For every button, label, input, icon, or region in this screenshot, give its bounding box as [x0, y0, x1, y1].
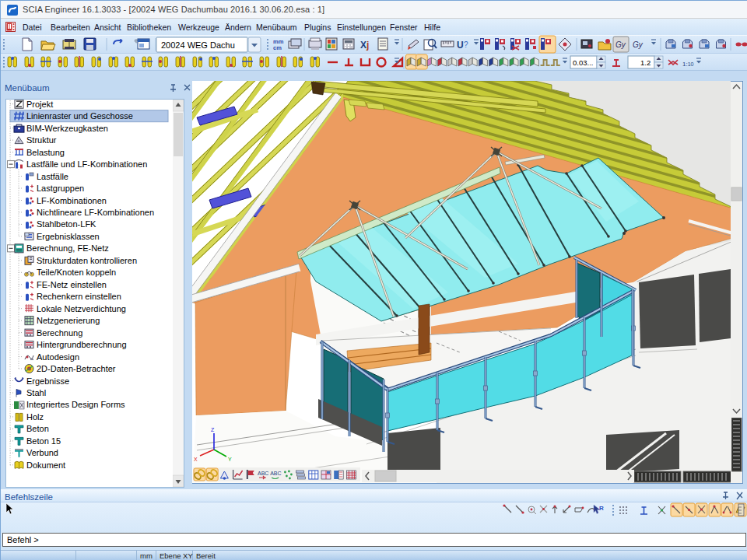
svg-text:1:10: 1:10 [682, 61, 694, 68]
svg-text:ABC: ABC [270, 471, 281, 476]
svg-text:Stahlbeton-LFK: Stahlbeton-LFK [37, 219, 96, 229]
svg-text:Strukturdaten kontrollieren: Strukturdaten kontrollieren [37, 256, 137, 265]
svg-text:Integriertes Design Forms: Integriertes Design Forms [26, 400, 125, 409]
svg-text:Projekt: Projekt [26, 100, 53, 109]
svg-text:Berechnung: Berechnung [37, 328, 82, 338]
svg-text:Gy: Gy [633, 40, 644, 49]
svg-text:LF-Kombinationen: LF-Kombinationen [37, 196, 107, 205]
svg-text:Stahl: Stahl [26, 388, 46, 397]
svg-text:0.03...: 0.03... [573, 58, 593, 67]
svg-text:Gy: Gy [615, 40, 626, 49]
svg-text:Beton: Beton [26, 424, 49, 433]
svg-text:Lastfälle und LF-Kombinationen: Lastfälle und LF-Kombinationen [26, 159, 147, 169]
svg-text:20024 WEG Dachu: 20024 WEG Dachu [161, 40, 235, 50]
svg-text:Lokale Netzverdichtung: Lokale Netzverdichtung [37, 304, 126, 313]
svg-text:Autodesign: Autodesign [37, 352, 79, 362]
svg-text:Beton 15: Beton 15 [26, 436, 61, 446]
svg-text:Verbund: Verbund [26, 448, 58, 457]
svg-text:Berechnung, FE-Netz: Berechnung, FE-Netz [26, 243, 109, 253]
svg-text:Y: Y [228, 457, 232, 462]
svg-text:U: U [457, 40, 464, 51]
svg-text:Ergebnisklassen: Ergebnisklassen [37, 232, 100, 241]
svg-text:Linienraster und Geschosse: Linienraster und Geschosse [26, 111, 133, 121]
svg-text:Dokument: Dokument [26, 460, 65, 470]
svg-text:1.2: 1.2 [640, 58, 651, 67]
svg-text:X: X [194, 457, 198, 462]
svg-text:Rechenkern einstellen: Rechenkern einstellen [37, 292, 121, 301]
svg-text:Netzgenerierung: Netzgenerierung [37, 316, 100, 325]
svg-text:Lastfälle: Lastfälle [37, 172, 68, 181]
svg-text:Z: Z [211, 427, 215, 432]
svg-text:?: ? [464, 40, 468, 49]
svg-text:2D-Daten-Betrachter: 2D-Daten-Betrachter [37, 364, 116, 373]
svg-text:Nichtlineare LF-Kombinationen: Nichtlineare LF-Kombinationen [37, 208, 154, 217]
svg-text:Holz: Holz [26, 412, 44, 422]
svg-text:Lastgruppen: Lastgruppen [37, 184, 84, 193]
svg-text:Teile/Knoten koppeln: Teile/Knoten koppeln [37, 268, 116, 277]
svg-text:ABC: ABC [258, 471, 268, 476]
svg-text:BIM-Werkzeugkasten: BIM-Werkzeugkasten [26, 124, 108, 133]
svg-text:FE-Netz einstellen: FE-Netz einstellen [37, 280, 107, 289]
svg-text:Hintergrundberechnung: Hintergrundberechnung [37, 340, 127, 349]
svg-text:Struktur: Struktur [26, 135, 57, 145]
svg-text:cm: cm [273, 44, 282, 51]
svg-text:Ergebnisse: Ergebnisse [26, 376, 69, 386]
svg-text:Belastung: Belastung [26, 148, 65, 157]
svg-text:j: j [366, 40, 369, 51]
svg-text:X: X [360, 40, 366, 51]
svg-text:R: R [599, 505, 604, 512]
